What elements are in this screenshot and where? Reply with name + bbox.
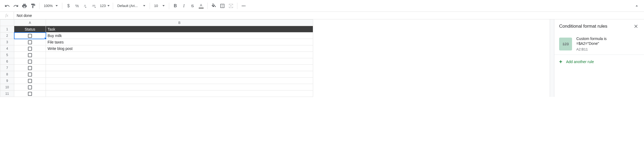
checkbox-cell[interactable] xyxy=(14,32,46,39)
percent-button[interactable]: % xyxy=(73,2,81,10)
zoom-value: 100% xyxy=(44,4,53,8)
row-header[interactable]: 1 xyxy=(0,26,14,32)
increase-decimal-button[interactable]: .00 xyxy=(90,2,98,10)
task-cell[interactable] xyxy=(46,84,313,90)
chevron-down-icon xyxy=(143,5,145,6)
strikethrough-button[interactable]: S xyxy=(189,2,197,10)
merge-cells-button[interactable] xyxy=(227,2,235,10)
font-size-dropdown[interactable]: 10 xyxy=(152,2,167,10)
separator xyxy=(237,3,237,9)
row-header[interactable]: 7 xyxy=(0,65,14,71)
vertical-scrollbar[interactable] xyxy=(550,19,554,97)
plus-icon: + xyxy=(559,59,562,64)
rule-condition-type: Custom formula is xyxy=(576,37,607,41)
separator xyxy=(169,3,169,9)
task-cell[interactable] xyxy=(46,52,313,58)
toolbar: 100% $ % .0 .00 123 Default (Ari... 10 B… xyxy=(0,0,644,12)
number-format-dropdown[interactable]: 123 xyxy=(99,2,111,10)
rule-range: A2:B11 xyxy=(576,47,607,51)
header-cell-task[interactable]: Task xyxy=(46,26,313,32)
checkbox-icon xyxy=(28,34,32,38)
checkbox-cell[interactable] xyxy=(14,84,46,90)
rule-preview-swatch: 123 xyxy=(559,38,572,50)
checkbox-cell[interactable] xyxy=(14,78,46,84)
checkbox-cell[interactable] xyxy=(14,90,46,97)
column-header-b[interactable]: B xyxy=(46,20,313,26)
row-header[interactable]: 11 xyxy=(0,90,14,97)
rule-description: Custom formula is =$A2="Done" A2:B11 xyxy=(576,37,607,51)
font-family-dropdown[interactable]: Default (Ari... xyxy=(115,2,147,10)
checkbox-icon xyxy=(28,40,32,44)
row-header[interactable]: 8 xyxy=(0,71,14,78)
checkbox-icon xyxy=(28,66,32,70)
column-header-a[interactable]: A xyxy=(14,20,46,26)
separator xyxy=(207,3,208,9)
text-color-button[interactable]: A xyxy=(197,2,205,10)
checkbox-cell[interactable] xyxy=(14,58,46,65)
collapse-toolbar-button[interactable] xyxy=(633,2,641,10)
svg-text:.00: .00 xyxy=(92,4,95,7)
task-cell[interactable]: Buy milk xyxy=(46,32,313,39)
paint-format-button[interactable] xyxy=(29,2,37,10)
conditional-format-sidebar: Conditional format rules 123 Custom form… xyxy=(554,19,644,97)
row-header[interactable]: 9 xyxy=(0,78,14,84)
checkbox-icon xyxy=(28,72,32,77)
bold-button[interactable]: B xyxy=(171,2,179,10)
svg-text:.0: .0 xyxy=(84,4,86,7)
chevron-down-icon xyxy=(107,5,110,6)
print-button[interactable] xyxy=(20,2,28,10)
task-cell[interactable]: File taxes xyxy=(46,39,313,45)
more-button[interactable] xyxy=(240,2,248,10)
checkbox-cell[interactable] xyxy=(14,45,46,52)
checkbox-cell[interactable] xyxy=(14,52,46,58)
task-cell[interactable] xyxy=(46,78,313,84)
spreadsheet-grid[interactable]: A B 1 Status Task 2Buy milk3File taxes4W… xyxy=(0,19,550,97)
redo-button[interactable] xyxy=(12,2,20,10)
chevron-down-icon xyxy=(162,5,165,6)
fill-color-button[interactable] xyxy=(210,2,218,10)
zoom-dropdown[interactable]: 100% xyxy=(42,2,60,10)
row-header[interactable]: 6 xyxy=(0,58,14,65)
task-cell[interactable] xyxy=(46,65,313,71)
separator xyxy=(113,3,113,9)
svg-point-3 xyxy=(243,5,244,6)
borders-button[interactable] xyxy=(218,2,226,10)
font-size-value: 10 xyxy=(154,4,158,8)
task-cell[interactable]: Write blog post xyxy=(46,45,313,52)
separator xyxy=(62,3,62,9)
checkbox-icon xyxy=(28,92,32,96)
checkbox-cell[interactable] xyxy=(14,65,46,71)
select-all-corner[interactable] xyxy=(0,20,14,26)
fx-icon: fx xyxy=(0,12,14,19)
checkbox-icon xyxy=(28,47,32,51)
row-header[interactable]: 10 xyxy=(0,84,14,90)
sidebar-title: Conditional format rules xyxy=(559,24,607,29)
svg-point-2 xyxy=(242,5,243,6)
italic-button[interactable]: I xyxy=(180,2,188,10)
add-rule-label: Add another rule xyxy=(566,60,594,64)
checkbox-cell[interactable] xyxy=(14,71,46,78)
add-rule-button[interactable]: + Add another rule xyxy=(554,55,644,69)
number-format-label: 123 xyxy=(100,4,106,8)
chevron-down-icon xyxy=(56,5,58,6)
close-sidebar-button[interactable] xyxy=(633,23,639,30)
row-header[interactable]: 5 xyxy=(0,52,14,58)
checkbox-cell[interactable] xyxy=(14,39,46,45)
checkbox-icon xyxy=(28,79,32,83)
currency-button[interactable]: $ xyxy=(64,2,73,10)
formula-input[interactable] xyxy=(14,12,644,19)
header-cell-status[interactable]: Status xyxy=(14,26,46,32)
task-cell[interactable] xyxy=(46,90,313,97)
format-rule-item[interactable]: 123 Custom formula is =$A2="Done" A2:B11 xyxy=(554,34,644,55)
decrease-decimal-button[interactable]: .0 xyxy=(82,2,90,10)
row-header[interactable]: 2 xyxy=(0,32,14,39)
undo-button[interactable] xyxy=(3,2,11,10)
task-cell[interactable] xyxy=(46,58,313,65)
row-header[interactable]: 3 xyxy=(0,39,14,45)
svg-point-4 xyxy=(244,5,245,6)
separator xyxy=(150,3,150,9)
checkbox-icon xyxy=(28,85,32,89)
task-cell[interactable] xyxy=(46,71,313,78)
separator xyxy=(39,3,39,9)
row-header[interactable]: 4 xyxy=(0,45,14,52)
